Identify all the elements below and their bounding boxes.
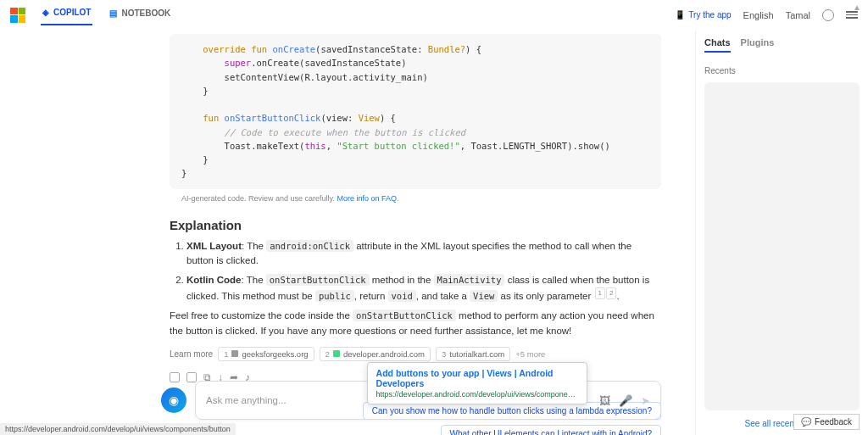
language-selector[interactable]: English <box>743 10 774 20</box>
learn-more-label: Learn more <box>170 349 213 359</box>
explanation-heading: Explanation <box>170 218 661 232</box>
tooltip-title[interactable]: Add buttons to your app | Views | Androi… <box>376 368 578 388</box>
learn-more-row: Learn more 1geeksforgeeks.org 2developer… <box>170 347 661 361</box>
user-name[interactable]: Tamal <box>786 10 810 20</box>
faq-link[interactable]: More info on FAQ <box>337 194 397 203</box>
closing-text: Feel free to customize the code inside t… <box>170 309 661 338</box>
recents-label: Recents <box>704 66 860 75</box>
image-upload-icon[interactable]: 🖼 <box>599 394 610 407</box>
more-sources[interactable]: +5 more <box>515 349 545 359</box>
microsoft-logo[interactable] <box>10 8 25 23</box>
android-favicon-icon <box>333 350 340 357</box>
suggestion-2[interactable]: What other UI elements can I interact wi… <box>441 425 661 435</box>
tooltip-url: https://developer.android.com/develop/ui… <box>376 390 578 399</box>
source-chip-2[interactable]: 2developer.android.com <box>320 347 431 361</box>
right-panel: Chats Plugins Recents See all recent cha… <box>695 31 868 435</box>
chat-content: override fun onCreate(savedInstanceState… <box>0 31 695 435</box>
send-icon[interactable]: ➤ <box>641 394 650 407</box>
feedback-icon: 💬 <box>801 417 811 427</box>
tab-chats[interactable]: Chats <box>704 37 731 53</box>
citation-2[interactable]: 2 <box>606 287 616 299</box>
copilot-icon: ◈ <box>42 8 49 17</box>
code-block: override fun onCreate(savedInstanceState… <box>170 34 661 189</box>
tab-notebook-label: NOTEBOOK <box>121 8 170 18</box>
favicon-icon <box>231 350 238 357</box>
explanation-list: XML Layout: The android:onClick attribut… <box>170 239 661 304</box>
avatar-icon[interactable] <box>822 9 834 21</box>
tab-copilot[interactable]: ◈ COPILOT <box>41 4 92 25</box>
status-bar-url: https://developer.android.com/develop/ui… <box>0 423 236 435</box>
source-tooltip: Add buttons to your app | Views | Androi… <box>367 362 587 404</box>
citation-1[interactable]: 1 <box>595 287 605 299</box>
tab-notebook[interactable]: ▤ NOTEBOOK <box>108 5 172 25</box>
tab-copilot-label: COPILOT <box>53 8 91 17</box>
copilot-avatar-icon: ◉ <box>161 388 186 413</box>
top-bar: ◈ COPILOT ▤ NOTEBOOK 📱 Try the app Engli… <box>0 0 868 31</box>
recents-placeholder <box>704 82 860 410</box>
hamburger-menu[interactable] <box>846 11 858 19</box>
mic-icon[interactable]: 🎤 <box>619 394 632 407</box>
right-panel-tabs: Chats Plugins <box>704 37 860 53</box>
code-disclaimer: AI-generated code. Review and use carefu… <box>170 189 661 206</box>
tab-plugins[interactable]: Plugins <box>741 37 775 53</box>
input-placeholder: Ask me anything... <box>206 395 287 405</box>
explanation-item-1: XML Layout: The android:onClick attribut… <box>186 239 661 269</box>
phone-icon: 📱 <box>675 10 685 20</box>
source-chip-1[interactable]: 1geeksforgeeks.org <box>218 347 314 361</box>
scroll-indicator: ▲ <box>853 3 861 12</box>
source-chip-3[interactable]: 3tutorialkart.com <box>436 347 510 361</box>
explanation-item-2: Kotlin Code: The onStartButtonClick meth… <box>186 273 661 304</box>
feedback-button[interactable]: 💬 Feedback <box>793 414 860 430</box>
notebook-icon: ▤ <box>109 8 117 18</box>
try-app-link[interactable]: 📱 Try the app <box>675 10 731 20</box>
